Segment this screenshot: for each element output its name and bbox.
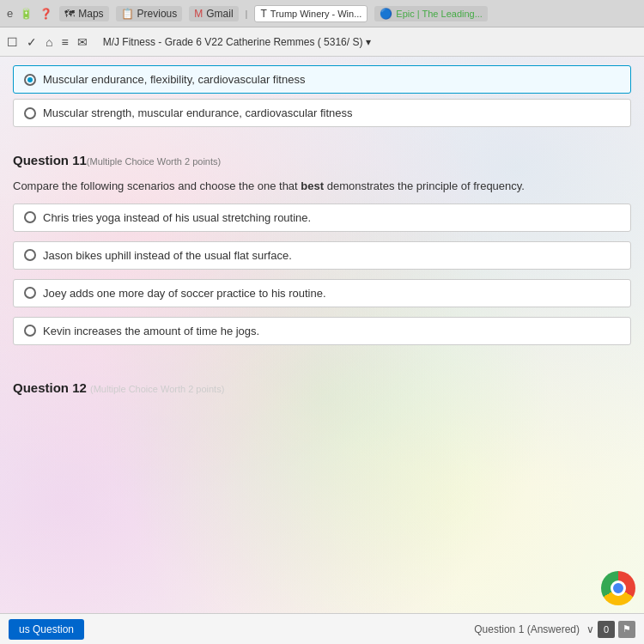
status-btn-0[interactable]: 0 xyxy=(598,621,615,638)
maps-tab-label: Maps xyxy=(78,8,103,20)
question-12-preview: Question 12 (Multiple Choice Worth 2 poi… xyxy=(13,380,631,395)
q11-option-c-text: Joey adds one more day of soccer practic… xyxy=(43,287,326,300)
question-status: Question 1 (Answered) ∨ 0 ⚑ xyxy=(474,621,635,638)
maps-icon: ❓ xyxy=(39,8,52,20)
status-controls: ∨ 0 ⚑ xyxy=(586,621,635,638)
question-11-title: Question 11(Multiple Choice Worth 2 poin… xyxy=(13,153,631,167)
q11-option-b[interactable]: Jason bikes uphill instead of the usual … xyxy=(13,241,631,270)
tab-maps[interactable]: 🗺 Maps xyxy=(59,6,108,21)
q11-option-a-text: Chris tries yoga instead of his usual st… xyxy=(43,211,311,224)
previous-tab-icon: 📋 xyxy=(121,8,134,20)
question-11-body: Compare the following scenarios and choo… xyxy=(13,178,631,195)
question-status-text: Question 1 (Answered) xyxy=(474,623,580,635)
q11-option-a[interactable]: Chris tries yoga instead of his usual st… xyxy=(13,204,631,232)
battery-icon: 🔋 xyxy=(20,8,33,20)
top-option-2[interactable]: Muscular strength, muscular endurance, c… xyxy=(13,99,631,127)
toolbar-icon-checkbox[interactable]: ☐ xyxy=(7,35,18,49)
tab-epic[interactable]: 🔵 Epic | The Leading... xyxy=(374,6,488,21)
top-option-1-text: Muscular endurance, flexibility, cardiov… xyxy=(43,73,305,86)
q11-option-b-text: Jason bikes uphill instead of the usual … xyxy=(43,249,292,262)
maps-tab-icon: 🗺 xyxy=(64,8,75,20)
toolbar: ☐ ✓ ⌂ ≡ ✉ M/J Fitness - Grade 6 V22 Cath… xyxy=(0,27,644,57)
browser-icon: e xyxy=(7,7,13,20)
radio-q11b[interactable] xyxy=(24,249,36,261)
trump-tab-icon: T xyxy=(260,8,266,20)
tab-previous[interactable]: 📋 Previous xyxy=(116,6,183,21)
gmail-tab-icon: M xyxy=(194,8,203,20)
tab-trump-winery[interactable]: T Trump Winery - Win... xyxy=(254,5,368,22)
chrome-inner-circle xyxy=(611,580,626,596)
q11-option-c[interactable]: Joey adds one more day of soccer practic… xyxy=(13,279,631,307)
gmail-tab-label: Gmail xyxy=(206,8,233,20)
chrome-icon[interactable] xyxy=(601,571,635,605)
epic-tab-icon: 🔵 xyxy=(380,8,392,20)
radio-top-2[interactable] xyxy=(24,107,36,119)
epic-tab-label: Epic | The Leading... xyxy=(396,9,483,19)
top-option-1[interactable]: Muscular endurance, flexibility, cardiov… xyxy=(13,65,631,94)
radio-top-1[interactable] xyxy=(24,74,36,86)
radio-q11a[interactable] xyxy=(24,211,36,223)
toolbar-icon-home[interactable]: ⌂ xyxy=(46,35,52,49)
radio-q11c[interactable] xyxy=(24,287,36,299)
radio-q11d[interactable] xyxy=(24,325,36,337)
status-dropdown-icon: ∨ xyxy=(586,623,594,635)
toolbar-icon-menu[interactable]: ≡ xyxy=(61,35,68,49)
tab-gmail[interactable]: M Gmail xyxy=(189,6,238,21)
previous-tab-label: Previous xyxy=(137,8,178,20)
previous-question-button[interactable]: us Question xyxy=(9,619,84,640)
trump-tab-label: Trump Winery - Win... xyxy=(270,9,362,19)
top-option-2-text: Muscular strength, muscular endurance, c… xyxy=(43,106,353,119)
q11-option-d-text: Kevin increases the amount of time he jo… xyxy=(43,325,259,337)
separator: | xyxy=(246,9,248,19)
question-11-block: Question 11(Multiple Choice Worth 2 poin… xyxy=(13,144,631,359)
bottom-bar: us Question Question 1 (Answered) ∨ 0 ⚑ xyxy=(0,613,644,644)
q11-option-d[interactable]: Kevin increases the amount of time he jo… xyxy=(13,317,631,345)
status-btn-flag[interactable]: ⚑ xyxy=(618,621,635,638)
toolbar-icon-mail[interactable]: ✉ xyxy=(77,35,88,49)
toolbar-icon-check[interactable]: ✓ xyxy=(27,35,37,49)
content-area: Muscular endurance, flexibility, cardiov… xyxy=(0,57,644,615)
browser-tab-bar: e 🔋 ❓ 🗺 Maps 📋 Previous M Gmail | T Trum… xyxy=(0,0,644,27)
question-11-options: Chris tries yoga instead of his usual st… xyxy=(13,204,631,350)
toolbar-title[interactable]: M/J Fitness - Grade 6 V22 Catherine Remm… xyxy=(103,36,371,48)
